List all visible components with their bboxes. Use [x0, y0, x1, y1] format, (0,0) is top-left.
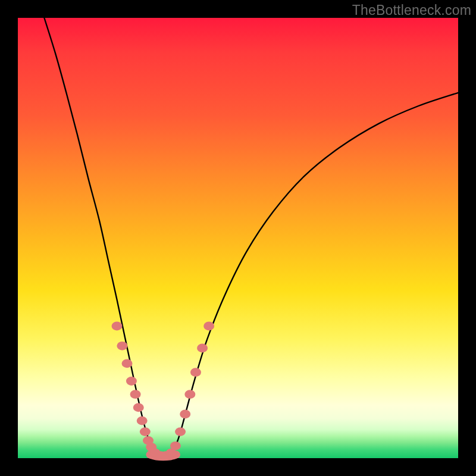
left-curve-line	[44, 18, 159, 456]
svg-point-0	[112, 322, 123, 331]
highlight-markers	[112, 322, 215, 460]
svg-point-18	[190, 368, 201, 377]
watermark-text: TheBottleneck.com	[352, 2, 471, 18]
chart-svg	[18, 18, 458, 458]
svg-point-5	[133, 403, 144, 412]
svg-point-3	[126, 377, 137, 386]
plot-area	[18, 18, 458, 458]
svg-point-15	[175, 427, 186, 436]
svg-point-14	[170, 441, 181, 450]
svg-point-7	[140, 427, 151, 436]
svg-point-20	[203, 322, 214, 331]
svg-point-19	[197, 344, 208, 353]
svg-point-1	[117, 342, 127, 350]
right-curve-line	[170, 93, 458, 456]
svg-point-16	[180, 410, 190, 419]
svg-point-17	[184, 390, 195, 399]
svg-point-6	[137, 416, 148, 425]
svg-point-2	[122, 359, 133, 368]
svg-point-4	[130, 390, 141, 399]
chart-frame: TheBottleneck.com	[0, 0, 476, 476]
